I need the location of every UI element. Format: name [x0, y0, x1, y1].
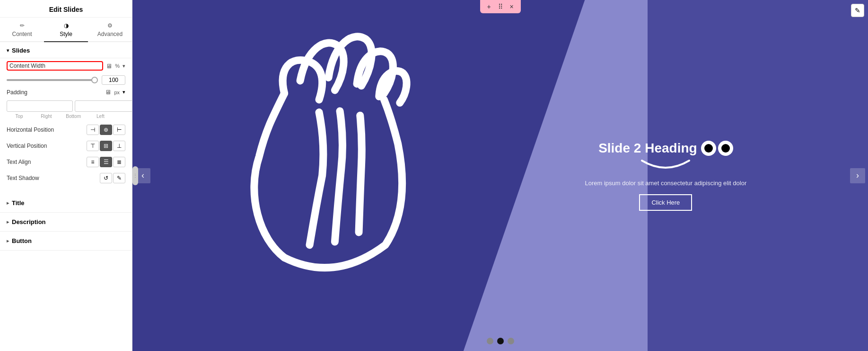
button-section: ▸ Button: [0, 232, 132, 251]
next-slide-button[interactable]: ›: [850, 168, 865, 183]
left-eye: [701, 141, 716, 156]
right-pupil: [721, 144, 730, 153]
v-pos-top-button[interactable]: ⊤: [87, 141, 99, 151]
left-panel: Edit Slides ✏ Content ◑ Style ⚙ Advanced…: [0, 0, 132, 351]
text-align-buttons: ≡ ☰ ≣: [87, 157, 125, 167]
tabs-bar: ✏ Content ◑ Style ⚙ Advanced: [0, 18, 132, 42]
title-arrow-icon: ▸: [7, 200, 9, 206]
padding-row: Padding 🖥 px ▾: [0, 86, 132, 99]
tab-style[interactable]: ◑ Style: [44, 18, 88, 42]
close-button[interactable]: ×: [507, 1, 517, 12]
title-section-label: Title: [12, 199, 25, 207]
padding-unit-label: px: [114, 90, 120, 95]
text-shadow-row: Text Shadow ↺ ✎: [0, 170, 132, 186]
text-align-center-button[interactable]: ☰: [100, 157, 112, 167]
content-width-slider-track[interactable]: [7, 79, 98, 81]
unit-dropdown-icon[interactable]: ▾: [123, 63, 125, 69]
slide-description: Lorem ipsum dolor sit amet consectetur a…: [500, 180, 832, 187]
text-align-label: Text Align: [7, 159, 84, 165]
slide-content: Slide 2 Heading Lorem ipsum dolor sit am…: [500, 141, 832, 211]
add-button[interactable]: +: [484, 1, 494, 12]
resize-handle[interactable]: ⋮: [132, 166, 138, 185]
h-pos-center-button[interactable]: ⊕: [100, 125, 112, 135]
slide-canvas: Slide 2 Heading Lorem ipsum dolor sit am…: [132, 0, 868, 351]
text-align-left-button[interactable]: ≡: [87, 157, 99, 167]
text-shadow-label: Text Shadow: [7, 175, 97, 181]
gear-icon: ⚙: [107, 22, 113, 29]
button-section-label: Button: [12, 237, 32, 244]
horizontal-position-row: Horizontal Position ⊣ ⊕ ⊢: [0, 122, 132, 138]
padding-label: Padding: [7, 89, 102, 96]
eyes-decoration: [701, 141, 733, 156]
text-shadow-reset-button[interactable]: ↺: [100, 173, 112, 183]
unit-label: %: [115, 63, 120, 69]
padding-inputs: 🔗: [0, 99, 132, 114]
vertical-position-row: Vertical Position ⊤ ⊞ ⊥: [0, 138, 132, 154]
v-pos-middle-button[interactable]: ⊞: [100, 141, 112, 151]
edit-icon-button[interactable]: ✎: [851, 4, 864, 17]
slider-thumb[interactable]: [91, 77, 98, 83]
slides-section-header[interactable]: ▾ Slides: [0, 42, 132, 58]
tab-advanced[interactable]: ⚙ Advanced: [88, 18, 132, 41]
slider-fill: [7, 79, 98, 81]
panel-title: Edit Slides: [0, 0, 132, 18]
button-section-header[interactable]: ▸ Button: [0, 232, 132, 250]
text-shadow-edit-button[interactable]: ✎: [113, 173, 125, 183]
hand-illustration: [169, 18, 500, 333]
v-pos-bottom-button[interactable]: ⊥: [113, 141, 125, 151]
label-top: Top: [7, 114, 32, 119]
padding-top-input[interactable]: [7, 100, 73, 112]
horizontal-position-buttons: ⊣ ⊕ ⊢: [87, 125, 125, 135]
h-pos-left-button[interactable]: ⊣: [87, 125, 99, 135]
move-button[interactable]: ⠿: [495, 1, 506, 12]
dot-3[interactable]: [508, 338, 514, 344]
smile-svg: [637, 156, 694, 175]
description-arrow-icon: ▸: [7, 219, 9, 225]
slide-toolbar: + ⠿ ×: [480, 0, 521, 13]
label-right: Right: [34, 114, 59, 119]
padding-right-input[interactable]: [75, 100, 132, 112]
label-bottom: Bottom: [61, 114, 86, 119]
title-section: ▸ Title: [0, 194, 132, 213]
content-width-slider-row: [0, 73, 132, 86]
section-arrow-icon: ▾: [7, 48, 9, 53]
content-width-label: Content Width: [7, 61, 103, 71]
description-section: ▸ Description: [0, 213, 132, 232]
left-pupil: [704, 144, 713, 153]
content-width-row: Content Width 🖥 % ▾: [0, 58, 132, 73]
label-left: Left: [88, 114, 113, 119]
canvas-area: + ⠿ × ✎: [132, 0, 868, 351]
dot-1[interactable]: [487, 338, 493, 344]
padding-unit-dropdown[interactable]: ▾: [123, 89, 125, 95]
description-section-header[interactable]: ▸ Description: [0, 213, 132, 231]
text-shadow-buttons: ↺ ✎: [100, 173, 125, 183]
slides-section-label: Slides: [12, 47, 30, 54]
halfcircle-icon: ◑: [64, 22, 69, 29]
description-section-label: Description: [12, 218, 46, 225]
tab-content[interactable]: ✏ Content: [0, 18, 44, 41]
text-align-right-button[interactable]: ≣: [113, 157, 125, 167]
right-eye: [718, 141, 733, 156]
title-section-header[interactable]: ▸ Title: [0, 194, 132, 212]
monitor-icon: 🖥: [106, 63, 112, 70]
vertical-position-label: Vertical Position: [7, 143, 84, 149]
padding-labels-row: Top Right Bottom Left: [0, 114, 132, 122]
horizontal-position-label: Horizontal Position: [7, 126, 84, 133]
text-align-row: Text Align ≡ ☰ ≣: [0, 154, 132, 170]
pencil-icon: ✏: [20, 22, 25, 29]
dot-2[interactable]: [497, 338, 504, 344]
button-arrow-icon: ▸: [7, 238, 9, 243]
padding-monitor-icon: 🖥: [105, 89, 111, 96]
content-width-input[interactable]: [102, 75, 125, 85]
slide-dots: [487, 338, 514, 344]
vertical-position-buttons: ⊤ ⊞ ⊥: [87, 141, 125, 151]
h-pos-right-button[interactable]: ⊢: [113, 125, 125, 135]
slide-cta-button[interactable]: Click Here: [639, 194, 692, 211]
slide-heading: Slide 2 Heading: [500, 141, 832, 156]
